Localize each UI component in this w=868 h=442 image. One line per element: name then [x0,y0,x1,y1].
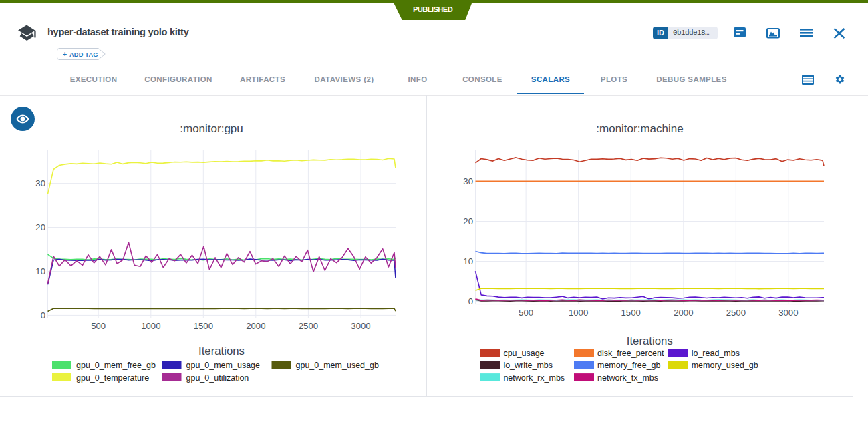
svg-text:+: + [63,50,67,58]
svg-text:ADD TAG: ADD TAG [69,51,98,58]
